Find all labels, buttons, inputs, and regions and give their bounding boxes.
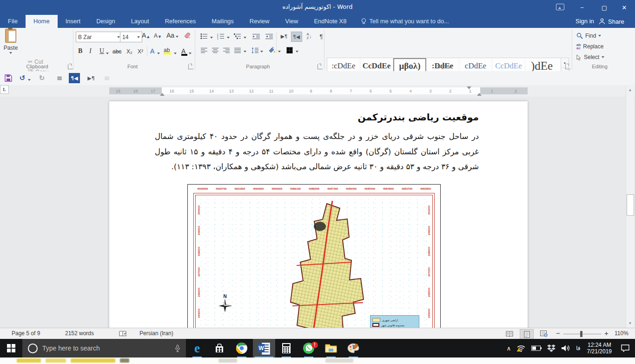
taskbar-whatsapp[interactable]: ! bbox=[298, 339, 320, 357]
underline-button[interactable]: U bbox=[99, 47, 104, 55]
input-language-indicator[interactable]: فا bbox=[573, 339, 583, 357]
shrink-font-button[interactable]: A▼ bbox=[154, 33, 162, 39]
dropbox-icon[interactable] bbox=[544, 339, 558, 357]
qat-ghost-button[interactable]: ≡ bbox=[101, 73, 112, 83]
tab-references[interactable]: References bbox=[157, 15, 204, 28]
font-dialog-launcher[interactable] bbox=[188, 64, 193, 69]
scrollbar-thumb[interactable] bbox=[627, 194, 634, 216]
line-spacing-dropdown[interactable] bbox=[260, 51, 263, 54]
ribbon-display-options-icon[interactable] bbox=[556, 4, 564, 10]
language-indicator[interactable]: Persian (Iran) bbox=[139, 330, 173, 337]
align-right-button[interactable] bbox=[221, 46, 232, 55]
paragraph-dialog-launcher[interactable] bbox=[318, 64, 323, 69]
underline-dropdown[interactable] bbox=[106, 53, 109, 56]
close-button[interactable]: ✕ bbox=[614, 0, 635, 15]
word-count[interactable]: 2152 words bbox=[65, 330, 94, 337]
scroll-up-arrow[interactable]: ▲ bbox=[627, 86, 633, 93]
taskbar-clock[interactable]: 12:24 AM 7/21/2019 bbox=[583, 339, 615, 357]
start-button[interactable] bbox=[0, 339, 22, 357]
strikethrough-button[interactable]: abc bbox=[112, 48, 121, 55]
minimize-button[interactable]: − bbox=[571, 0, 593, 15]
line-spacing-button[interactable] bbox=[250, 46, 260, 55]
borders-dropdown[interactable] bbox=[296, 51, 298, 54]
align-qat-button[interactable]: ≡ bbox=[54, 73, 65, 83]
bullets-button[interactable] bbox=[199, 32, 209, 41]
shading-button[interactable] bbox=[267, 46, 277, 55]
shading-dropdown[interactable] bbox=[278, 51, 281, 54]
align-center-button[interactable] bbox=[210, 46, 220, 55]
superscript-button[interactable]: X² bbox=[138, 48, 143, 55]
battery-icon[interactable] bbox=[529, 339, 544, 357]
tray-expand-chevron[interactable]: ∧ bbox=[504, 339, 514, 357]
font-size-combobox[interactable]: 14 bbox=[120, 32, 142, 42]
read-mode-button[interactable] bbox=[503, 329, 516, 338]
subscript-button[interactable]: X₂ bbox=[126, 48, 132, 55]
tab-design[interactable]: Design bbox=[88, 15, 123, 28]
page-indicator[interactable]: Page 5 of 9 bbox=[12, 330, 40, 337]
tab-stop-selector[interactable]: L bbox=[0, 85, 9, 94]
taskbar-chrome[interactable] bbox=[231, 339, 253, 357]
microphone-icon[interactable] bbox=[175, 344, 180, 352]
document-page[interactable]: موقعیت ریاضی بندرترکمن در ساحل جنوب شرقی… bbox=[109, 101, 528, 328]
rtl-direction-qat-button[interactable]: ¶◀ bbox=[69, 73, 80, 83]
highlight-dropdown[interactable] bbox=[174, 53, 177, 56]
text-effects-dropdown[interactable] bbox=[157, 53, 160, 56]
left-indent-marker[interactable] bbox=[160, 91, 165, 96]
taskbar-search-box[interactable]: Type here to search bbox=[22, 339, 186, 357]
clipboard-dialog-launcher[interactable] bbox=[68, 64, 73, 69]
styles-dialog-launcher[interactable] bbox=[565, 64, 570, 69]
zoom-out-button[interactable]: − bbox=[556, 329, 560, 337]
tab-view[interactable]: View bbox=[277, 15, 306, 28]
print-layout-button[interactable] bbox=[520, 329, 534, 339]
taskbar-explorer[interactable] bbox=[320, 339, 342, 357]
maximize-button[interactable]: ▢ bbox=[594, 0, 615, 15]
font-name-combobox[interactable]: B Zar bbox=[76, 32, 122, 42]
font-color-dropdown[interactable] bbox=[189, 53, 192, 56]
undo-dropdown[interactable] bbox=[28, 79, 31, 82]
align-left-button[interactable] bbox=[199, 46, 209, 55]
numbering-button[interactable]: 123 bbox=[216, 32, 226, 41]
tab-insert[interactable]: Insert bbox=[58, 15, 89, 28]
tab-home[interactable]: Home bbox=[26, 15, 58, 28]
paste-button[interactable]: Paste bbox=[0, 29, 21, 62]
ltr-direction-button[interactable]: ▶¶ bbox=[279, 32, 289, 41]
change-case-button[interactable]: Aa bbox=[166, 32, 179, 39]
taskbar-word-active[interactable]: W bbox=[253, 339, 275, 357]
map-figure[interactable]: 4093600409270040918004090900409000040891… bbox=[187, 184, 441, 328]
bold-button[interactable]: B bbox=[78, 47, 82, 55]
zoom-slider-track[interactable] bbox=[563, 334, 602, 334]
taskbar-paint[interactable] bbox=[342, 339, 364, 357]
zoom-in-button[interactable]: + bbox=[604, 329, 609, 337]
numbering-dropdown[interactable] bbox=[227, 37, 230, 40]
decrease-indent-button[interactable] bbox=[251, 32, 261, 41]
clear-formatting-button[interactable] bbox=[184, 32, 191, 38]
vertical-scrollbar[interactable]: ▲ ▼ bbox=[626, 86, 634, 328]
highlight-button[interactable]: ab bbox=[164, 47, 170, 53]
bullets-dropdown[interactable] bbox=[210, 37, 213, 40]
ltr-direction-qat-button[interactable]: ▶¶ bbox=[86, 73, 97, 83]
zoom-percentage[interactable]: 110% bbox=[615, 330, 628, 337]
tab-endnote[interactable]: EndNote X8 bbox=[306, 15, 354, 28]
grow-font-button[interactable]: A▲ bbox=[142, 32, 150, 39]
justify-button[interactable] bbox=[232, 46, 243, 55]
show-marks-button[interactable]: ¶ bbox=[316, 32, 326, 41]
undo-button[interactable]: ↺ bbox=[17, 73, 28, 83]
italic-button[interactable]: I bbox=[89, 47, 92, 55]
action-center-icon[interactable] bbox=[615, 339, 635, 357]
taskbar-edge[interactable]: e bbox=[186, 339, 208, 357]
multilevel-dropdown[interactable] bbox=[244, 37, 246, 40]
tell-me-box[interactable]: Tell me what you want to do... bbox=[355, 15, 449, 28]
sort-button[interactable]: AZ↓ bbox=[304, 32, 314, 41]
redo-button[interactable]: ↻ bbox=[36, 73, 47, 83]
multilevel-list-button[interactable] bbox=[232, 32, 243, 41]
taskbar-store[interactable] bbox=[208, 339, 231, 357]
share-button[interactable]: Share bbox=[599, 15, 624, 28]
select-button[interactable]: Select bbox=[576, 54, 604, 60]
web-layout-button[interactable] bbox=[537, 329, 550, 338]
replace-button[interactable]: abac Replace bbox=[576, 43, 603, 50]
zoom-slider-thumb[interactable] bbox=[580, 331, 582, 337]
rtl-direction-button[interactable]: ¶◀ bbox=[291, 32, 302, 42]
first-line-indent-marker[interactable] bbox=[467, 86, 471, 92]
borders-button[interactable] bbox=[284, 46, 295, 55]
taskbar-calculator[interactable] bbox=[275, 339, 298, 357]
